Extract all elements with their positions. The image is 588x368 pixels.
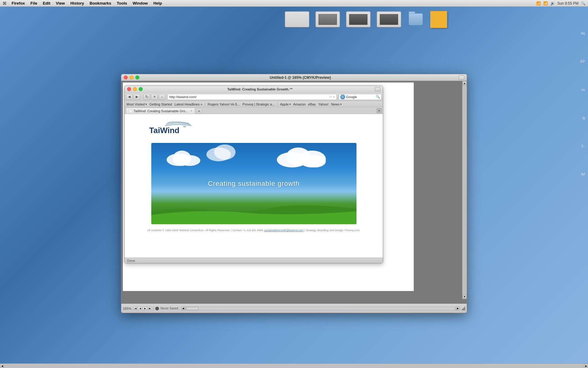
window-controls: [124, 75, 139, 79]
ff-maximize-button[interactable]: [139, 87, 143, 91]
menu-tools[interactable]: Tools: [114, 1, 130, 6]
cloud-center: [206, 143, 249, 164]
spotlight-icon[interactable]: 🔍: [581, 1, 586, 6]
palette-icon-1: [285, 11, 309, 27]
menu-file[interactable]: File: [28, 1, 40, 6]
menu-view[interactable]: View: [53, 1, 67, 6]
zoom-box[interactable]: [459, 75, 464, 80]
menu-history[interactable]: History: [68, 1, 87, 6]
folder-icon[interactable]: [407, 11, 424, 27]
bookmark-getting-started[interactable]: Getting Started: [149, 102, 172, 106]
bottom-separator: [153, 306, 154, 311]
star-button[interactable]: ☆: [329, 94, 333, 99]
bookmark-amazon[interactable]: Amazon: [293, 102, 306, 106]
firefox-window: TaiWind: Creating Sustainable Growth.™ ◀…: [124, 86, 383, 263]
bookmark-rogers[interactable]: Rogers Yahoo! Hi-S...: [208, 102, 240, 106]
url-text: http://taiwind.com/: [169, 95, 329, 99]
document-canvas: TaiWind: Creating Sustainable Growth.™ ◀…: [123, 82, 414, 291]
apple-menu[interactable]: ⌘: [2, 1, 7, 6]
hero-text: Creating sustainable growth: [208, 180, 300, 188]
desktop-scroll-left[interactable]: ◀: [0, 364, 4, 368]
reload-button[interactable]: ↻: [143, 94, 150, 100]
first-page-btn[interactable]: |◀: [133, 307, 137, 310]
search-submit-icon[interactable]: 🔍: [376, 95, 380, 99]
right-floating-labels: bq EP os ig 2– fbf: [580, 31, 585, 176]
bookmark-apple[interactable]: Apple: [280, 102, 291, 106]
ps-bottom-bar: 165% |◀ ◀ ▶ ▶| Never Saved ◀ ▶: [121, 304, 467, 313]
bookmark-latest-headlines[interactable]: Latest Headlines »: [175, 102, 202, 106]
svg-text:TaiWind: TaiWind: [149, 126, 179, 135]
palette-icon-4: [377, 11, 401, 27]
ff-zoom-box[interactable]: [375, 87, 380, 91]
scroll-down-arrow[interactable]: ▼: [463, 295, 467, 299]
home-button[interactable]: ⌂: [159, 94, 165, 100]
bookmark-separator-1: [205, 102, 205, 106]
firefox-status-text: Done: [127, 259, 135, 263]
menu-window[interactable]: Window: [130, 1, 150, 6]
palette-icon-3: [346, 11, 371, 27]
tab-list-button[interactable]: ≡: [377, 108, 382, 113]
minimize-button[interactable]: [130, 75, 134, 79]
last-page-btn[interactable]: ▶|: [148, 307, 152, 310]
search-placeholder: Google: [346, 95, 376, 99]
google-search-icon[interactable]: G: [340, 94, 345, 99]
label-fbf: fbf: [580, 172, 585, 176]
scroll-left-arrow[interactable]: ◀: [181, 306, 185, 310]
system-clock: Sun 9:55 PM: [557, 1, 579, 6]
search-bar[interactable]: G Google 🔍: [339, 94, 382, 100]
stop-button[interactable]: ✕: [151, 94, 158, 100]
h-scroll-thumb[interactable]: [186, 307, 198, 310]
close-button[interactable]: [124, 75, 128, 79]
h-scroll-track[interactable]: [186, 307, 455, 310]
photoshop-titlebar: Untitled-1 @ 165% (CMYK/Preview): [121, 74, 467, 81]
label-2-: 2–: [580, 144, 585, 148]
cloud-left: [167, 148, 203, 166]
desktop-hscroll[interactable]: ◀ ▶: [0, 363, 588, 368]
desktop-scroll-right[interactable]: ▶: [584, 364, 588, 368]
logo-container: TaiWind ™: [149, 120, 195, 137]
active-tab[interactable]: TaiWind: Creating Sustainable Gro... ×: [126, 108, 195, 114]
bookmark-news[interactable]: News: [331, 102, 342, 106]
firefox-title: TaiWind: Creating Sustainable Growth.™: [145, 87, 375, 91]
ps-scrollbar-right[interactable]: ▲ ▼: [462, 81, 467, 299]
bluetooth-icon: 📶: [536, 1, 541, 6]
url-bar[interactable]: http://taiwind.com/ ☆ ▾: [167, 94, 337, 100]
bookmark-provoq[interactable]: Provoq | Strategic a...: [243, 102, 275, 106]
ff-close-button[interactable]: [127, 87, 131, 91]
footer-suffix: | Strategy, Branding and Design: Provoq.…: [304, 229, 360, 232]
menu-edit[interactable]: Edit: [40, 1, 53, 6]
nav-buttons-group: |◀ ◀ ▶ ▶|: [133, 307, 152, 310]
maximize-button[interactable]: [135, 75, 139, 79]
photoshop-window: Untitled-1 @ 165% (CMYK/Preview) TaiW: [121, 74, 467, 313]
scroll-right-arrow[interactable]: ▶: [456, 306, 460, 310]
play-btn[interactable]: [155, 307, 159, 310]
cloud-right: [277, 146, 332, 171]
prev-page-btn[interactable]: ◀: [138, 307, 142, 310]
sticky-note-icon[interactable]: [430, 11, 447, 27]
palette-icon-2: [315, 11, 340, 27]
photoshop-title: Untitled-1 @ 165% (CMYK/Preview): [142, 75, 459, 80]
dropdown-arrow[interactable]: ▾: [333, 95, 335, 98]
bookmark-most-visited[interactable]: Most Visited: [126, 102, 147, 106]
forward-button[interactable]: ▶: [134, 94, 140, 100]
back-button[interactable]: ◀: [126, 94, 133, 100]
footer-email-link[interactable]: sustainablegrowth@taiwind.com: [264, 229, 303, 232]
taiwind-logo-area: TaiWind ™: [149, 120, 195, 137]
hero-image: Creating sustainable growth: [151, 143, 356, 224]
palette-icons-row: [285, 11, 447, 27]
menu-help[interactable]: Help: [151, 1, 164, 6]
zoom-indicator: 165%: [123, 307, 131, 310]
resize-handle[interactable]: [461, 306, 465, 310]
next-page-btn[interactable]: ▶: [143, 307, 147, 310]
website-inner: TaiWind ™: [125, 114, 383, 238]
scroll-up-arrow[interactable]: ▲: [463, 81, 467, 85]
menu-firefox[interactable]: Firefox: [9, 1, 27, 6]
close-tab-button[interactable]: ×: [190, 109, 192, 113]
new-tab-button[interactable]: +: [196, 108, 202, 114]
menubar-right-icons: 📶 📶 🔊 Sun 9:55 PM 🔍: [536, 1, 586, 6]
bookmark-separator-2: [277, 102, 277, 106]
ff-minimize-button[interactable]: [133, 87, 137, 91]
menu-bookmarks[interactable]: Bookmarks: [87, 1, 114, 6]
bookmark-yahoo[interactable]: Yahoo!: [318, 102, 329, 106]
bookmark-ebay[interactable]: eBay: [308, 102, 316, 106]
